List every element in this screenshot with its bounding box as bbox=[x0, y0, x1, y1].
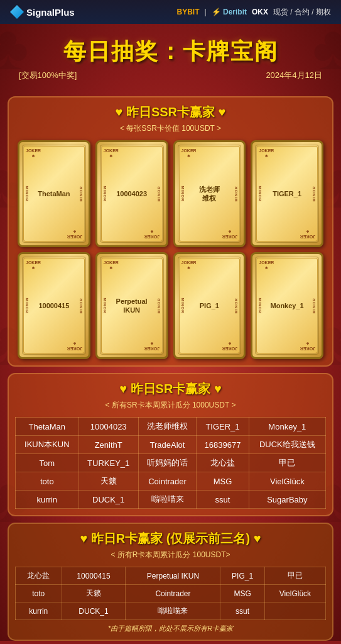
sr-cell-4-1: DUCK_1 bbox=[78, 491, 138, 509]
sr-winners-table: ThetaMan10004023洗老师维权TIGER_1Monkey_1IKUN… bbox=[15, 417, 326, 509]
ssr-card-2: JOKER♣ MINOR 10004023 MINOR JOKER♣ bbox=[95, 140, 168, 247]
sr-cell-1-0: IKUN本KUN bbox=[16, 436, 79, 454]
okx-logo: OKX bbox=[252, 8, 268, 16]
card-side-left: MINOR bbox=[25, 186, 29, 202]
r-cell-0-3: PIG_1 bbox=[220, 567, 264, 585]
logo-area: SignalPlus bbox=[10, 5, 75, 19]
separator1: | bbox=[205, 8, 207, 16]
sr-row-4: kurrinDUCK_1嗡啦喵来ssutSugarBaby bbox=[16, 491, 326, 509]
sr-cell-1-4: DUCK给我送钱 bbox=[249, 436, 325, 454]
r-cell-1-2: Cointrader bbox=[126, 585, 220, 602]
markets-text: 现货 / 合约 / 期权 bbox=[273, 7, 331, 18]
ssr-card-8: JOKER♣ MINOR Monkey_1 MINOR JOKER♣ bbox=[251, 252, 323, 359]
ssr-winner-4: TIGER_1 bbox=[271, 188, 303, 199]
sr-cell-0-1: 10004023 bbox=[78, 418, 138, 436]
ssr-card-1: JOKER♣ MINOR ThetaMan MINOR JOKER♣ bbox=[18, 140, 90, 247]
card-side-right: MINOR bbox=[79, 186, 83, 202]
bybit-logo: BYBIT bbox=[177, 8, 200, 16]
ssr-winner-2: 10004023 bbox=[115, 188, 148, 199]
card-corner-tl: JOKER♣ bbox=[26, 148, 41, 158]
card-side-left: MINOR bbox=[103, 186, 107, 202]
card-side-right: MINOR bbox=[157, 186, 161, 202]
ssr-winner-7: PIG_1 bbox=[198, 300, 220, 311]
r-row-0: 龙心盐10000415Perpetual IKUNPIG_1甲已 bbox=[16, 567, 326, 585]
r-cell-0-1: 10000415 bbox=[62, 567, 126, 585]
sr-row-3: toto天籁CointraderMSGVielGlück bbox=[16, 472, 326, 491]
ssr-card-5: JOKER♣ MINOR 10000415 MINOR JOKER♣ bbox=[18, 252, 90, 359]
sr-cell-1-2: TradeAlot bbox=[138, 436, 196, 454]
ssr-winner-5: 10000415 bbox=[37, 300, 70, 311]
card-corner-tl: JOKER♣ bbox=[181, 260, 197, 270]
card-corner-br: JOKER♣ bbox=[222, 230, 237, 239]
r-cell-0-2: Perpetual IKUN bbox=[126, 567, 220, 585]
card-side-right: MINOR bbox=[79, 298, 83, 314]
partner-logos: BYBIT | ⚡ Deribit OKX 现货 / 合约 / 期权 bbox=[177, 7, 332, 18]
card-side-right: MINOR bbox=[234, 298, 238, 314]
ssr-card-4: JOKER♣ MINOR TIGER_1 MINOR JOKER♣ bbox=[251, 140, 323, 247]
page-title: 每日抽奖：卡牌宝阁 bbox=[6, 36, 335, 67]
sr-cell-1-1: ZenithT bbox=[78, 436, 138, 454]
r-winners-table: 龙心盐10000415Perpetual IKUNPIG_1甲已toto天籁Co… bbox=[15, 567, 326, 620]
r-subtitle: < 所有R卡本周累计瓜分 100USDT> bbox=[15, 550, 326, 560]
ssr-winner-6: PerpetualIKUN bbox=[115, 296, 149, 316]
r-cell-1-3: MSG bbox=[220, 585, 264, 602]
sr-cell-3-0: toto bbox=[16, 472, 79, 491]
sr-cell-4-4: SugarBaby bbox=[249, 491, 325, 509]
sr-cell-4-3: ssut bbox=[197, 491, 249, 509]
card-side-right: MINOR bbox=[157, 298, 161, 314]
r-row-1: toto天籁CointraderMSGVielGlück bbox=[16, 585, 326, 602]
card-side-left: MINOR bbox=[258, 186, 262, 202]
card-corner-br: JOKER♣ bbox=[67, 341, 82, 351]
sr-section: ♥ 昨日SR卡赢家 ♥ < 所有SR卡本周累计瓜分 1000USDT > The… bbox=[8, 373, 333, 516]
r-title: ♥ 昨日R卡赢家 (仅展示前三名) ♥ bbox=[15, 530, 326, 547]
r-row-2: kurrinDUCK_1嗡啦喵来ssut bbox=[16, 602, 326, 620]
sr-cell-0-4: Monkey_1 bbox=[249, 418, 325, 436]
ssr-title: ♥ 昨日SSR卡赢家 ♥ bbox=[15, 104, 326, 121]
card-side-right: MINOR bbox=[312, 298, 316, 314]
card-side-left: MINOR bbox=[25, 298, 29, 314]
card-side-left: MINOR bbox=[181, 298, 185, 314]
card-corner-br: JOKER♣ bbox=[300, 341, 315, 351]
r-note: *由于篇幅所限，此处不展示所有R卡赢家 bbox=[15, 624, 326, 633]
ssr-winner-8: Monkey_1 bbox=[269, 300, 305, 311]
r-cell-2-3: ssut bbox=[220, 602, 264, 620]
logo-text: SignalPlus bbox=[26, 7, 75, 18]
card-side-right: MINOR bbox=[234, 186, 238, 202]
card-corner-tl: JOKER♣ bbox=[104, 260, 119, 270]
ssr-winner-3: 洗老师维权 bbox=[198, 184, 221, 204]
card-corner-tl: JOKER♣ bbox=[104, 148, 119, 158]
card-corner-tl: JOKER♣ bbox=[259, 260, 274, 270]
sr-row-0: ThetaMan10004023洗老师维权TIGER_1Monkey_1 bbox=[16, 418, 326, 436]
r-cell-2-0: kurrin bbox=[16, 602, 62, 620]
r-cell-0-4: 甲已 bbox=[264, 567, 325, 585]
r-cell-1-0: toto bbox=[16, 585, 62, 602]
main-bg: ♣ ♣ ♣ ♣ ♣ ♣ ♣ ♣ 每日抽奖：卡牌宝阁 [交易100%中奖] 202… bbox=[0, 24, 341, 641]
r-cell-0-0: 龙心盐 bbox=[16, 567, 62, 585]
logo-diamond-icon bbox=[10, 5, 24, 19]
sr-subtitle: < 所有SR卡本周累计瓜分 1000USDT > bbox=[15, 400, 326, 411]
sr-cell-3-1: 天籁 bbox=[78, 472, 138, 491]
ssr-cards-grid: JOKER♣ MINOR ThetaMan MINOR JOKER♣ JOKER… bbox=[15, 140, 326, 359]
ssr-winner-1: ThetaMan bbox=[36, 188, 71, 199]
ssr-subtitle: < 每张SSR卡价值 100USDT > bbox=[15, 123, 326, 134]
subtitle-left: [交易100%中奖] bbox=[19, 70, 77, 81]
r-cell-2-1: DUCK_1 bbox=[62, 602, 126, 620]
sr-cell-3-3: MSG bbox=[197, 472, 249, 491]
subtitle-right: 2024年4月12日 bbox=[266, 70, 322, 81]
sr-cell-4-2: 嗡啦喵来 bbox=[138, 491, 196, 509]
card-side-left: MINOR bbox=[103, 298, 107, 314]
card-corner-br: JOKER♣ bbox=[144, 230, 160, 239]
card-corner-br: JOKER♣ bbox=[222, 341, 237, 351]
sr-cell-4-0: kurrin bbox=[16, 491, 79, 509]
deribit-logo: ⚡ Deribit bbox=[212, 8, 247, 16]
ssr-card-7: JOKER♣ MINOR PIG_1 MINOR JOKER♣ bbox=[173, 252, 246, 359]
header: SignalPlus BYBIT | ⚡ Deribit OKX 现货 / 合约… bbox=[0, 0, 341, 24]
ssr-card-6: JOKER♣ MINOR PerpetualIKUN MINOR JOKER♣ bbox=[95, 252, 168, 359]
sr-cell-3-2: Cointrader bbox=[138, 472, 196, 491]
sr-cell-0-2: 洗老师维权 bbox=[138, 418, 196, 436]
card-corner-tl: JOKER♣ bbox=[181, 148, 197, 158]
card-side-right: MINOR bbox=[312, 186, 316, 202]
card-side-left: MINOR bbox=[181, 186, 185, 202]
app-container: SignalPlus BYBIT | ⚡ Deribit OKX 现货 / 合约… bbox=[0, 0, 341, 644]
sr-cell-2-0: Tom bbox=[16, 454, 79, 472]
